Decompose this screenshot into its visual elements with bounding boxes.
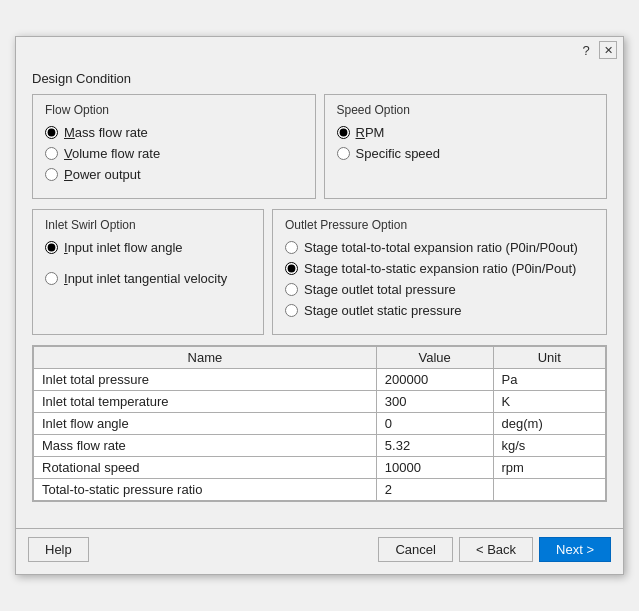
options-row-1: Flow Option Mass flow rate Volume flow r… [32,94,607,199]
radio-stage-outlet-total[interactable]: Stage outlet total pressure [285,282,594,297]
table-row: Inlet total temperature300K [34,391,606,413]
cell-value: 2 [376,479,493,501]
radio-input-tangential-velocity[interactable]: Input inlet tangential velocity [45,271,251,286]
help-button[interactable]: Help [28,537,89,562]
speed-option-group: Speed Option RPM Specific speed [324,94,608,199]
cell-unit: K [493,391,605,413]
col-name: Name [34,347,377,369]
radio-rpm[interactable]: RPM [337,125,595,140]
cell-value: 0 [376,413,493,435]
outlet-pressure-option-group: Outlet Pressure Option Stage total-to-to… [272,209,607,335]
outlet-pressure-label: Outlet Pressure Option [285,218,594,232]
dialog: ? ✕ Design Condition Flow Option Mass fl… [15,36,624,575]
inlet-swirl-label: Inlet Swirl Option [45,218,251,232]
radio-stage-outlet-static[interactable]: Stage outlet static pressure [285,303,594,318]
radio-input-flow-angle[interactable]: Input inlet flow angle [45,240,251,255]
footer-left: Help [28,537,89,562]
table-row: Rotational speed10000rpm [34,457,606,479]
cancel-button[interactable]: Cancel [378,537,452,562]
next-button[interactable]: Next > [539,537,611,562]
speed-option-label: Speed Option [337,103,595,117]
cell-unit: rpm [493,457,605,479]
footer-right: Cancel < Back Next > [378,537,611,562]
radio-stage-total-static[interactable]: Stage total-to-static expansion ratio (P… [285,261,594,276]
flow-option-group: Flow Option Mass flow rate Volume flow r… [32,94,316,199]
footer: Help Cancel < Back Next > [16,528,623,574]
table-row: Total-to-static pressure ratio2 [34,479,606,501]
cell-value: 10000 [376,457,493,479]
cell-name: Inlet flow angle [34,413,377,435]
col-value: Value [376,347,493,369]
cell-value: 200000 [376,369,493,391]
radio-specific-speed[interactable]: Specific speed [337,146,595,161]
radio-power-output[interactable]: Power output [45,167,303,182]
dialog-title: Design Condition [32,71,607,86]
dialog-body: Design Condition Flow Option Mass flow r… [16,63,623,528]
table-row: Mass flow rate5.32kg/s [34,435,606,457]
cell-unit [493,479,605,501]
title-bar: ? ✕ [16,37,623,63]
flow-option-label: Flow Option [45,103,303,117]
cell-name: Total-to-static pressure ratio [34,479,377,501]
cell-unit: kg/s [493,435,605,457]
help-icon[interactable]: ? [577,43,595,58]
options-row-2: Inlet Swirl Option Input inlet flow angl… [32,209,607,335]
cell-name: Inlet total pressure [34,369,377,391]
close-button[interactable]: ✕ [599,41,617,59]
table-row: Inlet flow angle0deg(m) [34,413,606,435]
cell-name: Rotational speed [34,457,377,479]
cell-name: Mass flow rate [34,435,377,457]
cell-value: 5.32 [376,435,493,457]
data-table: Name Value Unit Inlet total pressure2000… [33,346,606,501]
cell-value: 300 [376,391,493,413]
col-unit: Unit [493,347,605,369]
table-row: Inlet total pressure200000Pa [34,369,606,391]
cell-unit: Pa [493,369,605,391]
title-bar-controls: ? ✕ [577,41,617,59]
radio-stage-total-total[interactable]: Stage total-to-total expansion ratio (P0… [285,240,594,255]
radio-volume-flow-rate[interactable]: Volume flow rate [45,146,303,161]
radio-mass-flow-rate[interactable]: Mass flow rate [45,125,303,140]
cell-unit: deg(m) [493,413,605,435]
cell-name: Inlet total temperature [34,391,377,413]
inlet-swirl-option-group: Inlet Swirl Option Input inlet flow angl… [32,209,264,335]
back-button[interactable]: < Back [459,537,533,562]
data-table-section: Name Value Unit Inlet total pressure2000… [32,345,607,502]
